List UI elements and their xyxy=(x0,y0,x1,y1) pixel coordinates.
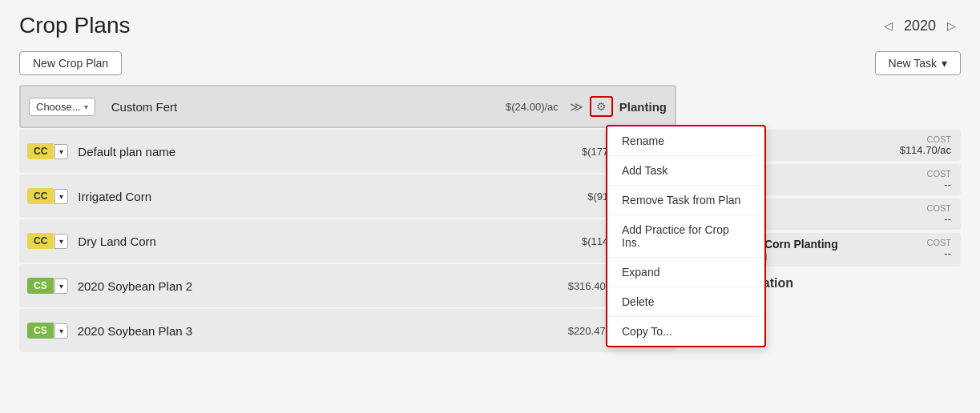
new-task-arrow: ▾ xyxy=(942,57,947,70)
badge-dropdown-2[interactable]: ▾ xyxy=(54,189,68,204)
right-cost-block-2: COST -- xyxy=(926,169,951,190)
new-crop-plan-button[interactable]: New Crop Plan xyxy=(19,51,122,75)
prev-year-button[interactable]: ◁ xyxy=(879,18,897,34)
year-nav: ◁ 2020 ▷ xyxy=(879,18,961,34)
new-task-label: New Task xyxy=(889,57,937,70)
badge-label-1: CC xyxy=(27,143,54,159)
badge-label-5: CS xyxy=(27,323,54,339)
badge-4: CS ▾ xyxy=(27,278,68,294)
plan-name-5: 2020 Soybean Plan 3 xyxy=(78,324,568,338)
plan-cost-0: $(24.00)/ac xyxy=(506,101,559,113)
crop-plan-row-3[interactable]: CC ▾ Dry Land Corn $(114.70)/ac ≫ COST -… xyxy=(19,219,676,263)
right-cost-val-3: -- xyxy=(926,213,951,225)
right-cost-block-3: COST -- xyxy=(926,203,951,225)
waxy-corn-cost: COST -- xyxy=(926,238,951,259)
badge-dropdown-3[interactable]: ▾ xyxy=(54,234,68,249)
expand-icon-0[interactable]: ≫ xyxy=(567,98,587,116)
crop-plan-row-4[interactable]: CS ▾ 2020 Soybean Plan 2 $316.40/ac ≫ ⚙ xyxy=(19,264,676,307)
badge-5: CS ▾ xyxy=(27,323,68,339)
crop-plan-row-0[interactable]: Choose... ▾ Custom Fert $(24.00)/ac ≫ ⚙ … xyxy=(19,85,676,128)
plan-icons-0: ≫ ⚙ xyxy=(567,96,613,117)
gear-button-0[interactable]: ⚙ xyxy=(590,96,613,117)
new-task-button[interactable]: New Task ▾ xyxy=(875,51,961,75)
badge-2: CC ▾ xyxy=(27,188,68,204)
menu-item-expand[interactable]: Expand xyxy=(607,258,764,287)
waxy-cost-val: -- xyxy=(926,247,951,259)
plan-name-3: Dry Land Corn xyxy=(78,235,582,248)
badge-label-4: CS xyxy=(27,278,54,294)
right-cost-block-1: COST $114.70/ac xyxy=(900,134,951,156)
menu-item-rename[interactable]: Rename xyxy=(607,126,764,156)
header: Crop Plans ◁ 2020 ▷ xyxy=(0,0,980,45)
toolbar: New Crop Plan New Task ▾ xyxy=(0,45,980,85)
choose-button[interactable]: Choose... ▾ xyxy=(29,98,95,116)
right-cost-val-1: $114.70/ac xyxy=(900,144,951,156)
menu-item-add-task[interactable]: Add Task xyxy=(607,156,764,186)
plan-name-4: 2020 Soybean Plan 2 xyxy=(78,279,568,293)
plan-name-0: Custom Fert xyxy=(111,100,506,114)
badge-dropdown-4[interactable]: ▾ xyxy=(54,279,68,294)
crop-plan-list: Choose... ▾ Custom Fert $(24.00)/ac ≫ ⚙ … xyxy=(19,85,676,352)
main-content: Choose... ▾ Custom Fert $(24.00)/ac ≫ ⚙ … xyxy=(0,85,980,352)
next-year-button[interactable]: ▷ xyxy=(942,18,961,34)
right-cost-label-1: COST xyxy=(900,134,951,144)
badge-choose: Choose... ▾ xyxy=(29,98,95,116)
menu-item-add-practice[interactable]: Add Practice for Crop Ins. xyxy=(607,215,764,258)
right-top-spacer xyxy=(689,85,961,128)
context-menu: Rename Add Task Remove Task from Plan Ad… xyxy=(606,125,766,347)
badge-dropdown-1[interactable]: ▾ xyxy=(54,144,68,159)
badge-1: CC ▾ xyxy=(27,143,68,159)
right-cost-label-3: COST xyxy=(926,203,951,213)
plan-name-1: Default plan name xyxy=(78,145,582,158)
crop-plan-row-5[interactable]: CS ▾ 2020 Soybean Plan 3 $220.47/ac ≫ ⚙ xyxy=(19,309,676,352)
waxy-cost-label: COST xyxy=(926,238,951,247)
page-title: Crop Plans xyxy=(19,13,131,38)
right-cost-label-2: COST xyxy=(926,169,951,178)
right-cost-val-2: -- xyxy=(926,178,951,190)
badge-label-2: CC xyxy=(27,188,54,204)
choose-label: Choose... xyxy=(36,101,81,113)
menu-item-copy-to[interactable]: Copy To... xyxy=(607,317,764,346)
page-wrapper: Crop Plans ◁ 2020 ▷ New Crop Plan New Ta… xyxy=(0,0,980,413)
crop-plan-row-2[interactable]: CC ▾ Irrigated Corn $(91.03)/ac ≫ COST -… xyxy=(19,174,676,218)
badge-dropdown-5[interactable]: ▾ xyxy=(54,323,68,339)
year-label: 2020 xyxy=(904,18,936,34)
plan-name-2: Irrigated Corn xyxy=(78,190,587,203)
planting-label-inline: Planting xyxy=(619,100,667,114)
crop-plan-row-1[interactable]: CC ▾ Default plan name $(177.23)/ac ≫ CO… xyxy=(19,130,676,173)
badge-label-3: CC xyxy=(27,233,54,249)
menu-item-remove-task[interactable]: Remove Task from Plan xyxy=(607,186,764,215)
menu-item-delete[interactable]: Delete xyxy=(607,287,764,317)
badge-3: CC ▾ xyxy=(27,233,68,249)
choose-arrow: ▾ xyxy=(84,102,88,111)
